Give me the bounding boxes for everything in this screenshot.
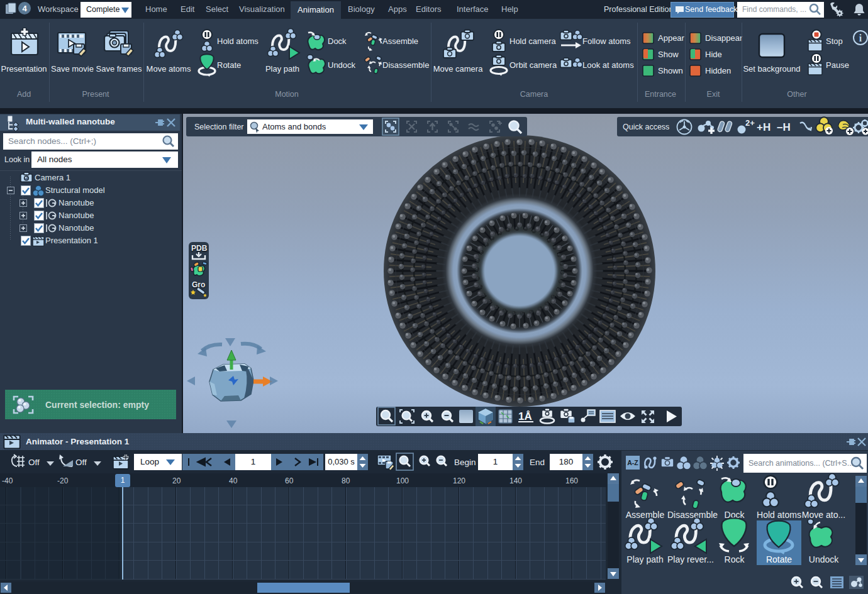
svg-text:2+: 2+ xyxy=(745,118,755,128)
svg-text:+H: +H xyxy=(757,121,771,133)
svg-text:1Å: 1Å xyxy=(518,410,532,422)
svg-text:–H: –H xyxy=(777,121,791,133)
svg-text:i: i xyxy=(859,33,862,43)
svg-text:4: 4 xyxy=(22,4,27,13)
